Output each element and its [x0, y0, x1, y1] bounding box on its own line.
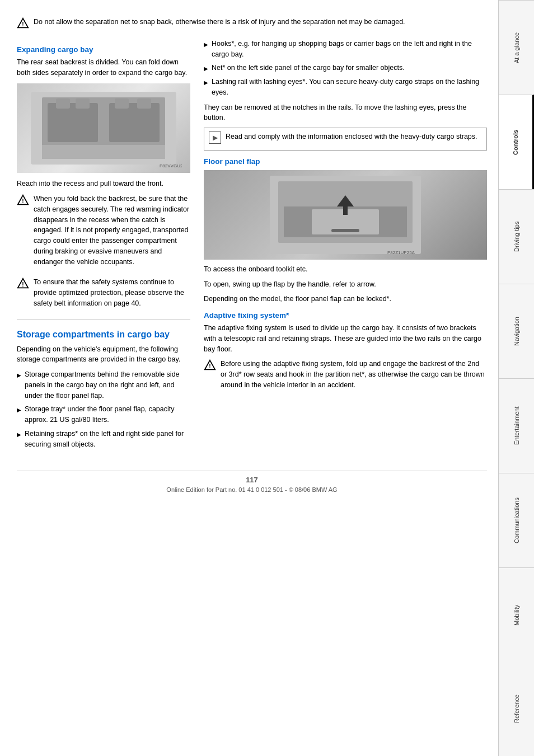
warning-catch-text: When you fold back the backrest, be sure…	[34, 194, 190, 267]
page-footer: 117 Online Edition for Part no. 01 41 0 …	[17, 471, 487, 493]
svg-text:P82Z1UP25A: P82Z1UP25A	[387, 250, 415, 255]
sidebar-label-navigation: Navigation	[513, 317, 520, 346]
floor-panel-heading: Floor panel flap	[204, 157, 487, 166]
cargo-bay-image: P82VVGU236	[17, 83, 190, 173]
list-item: ▶ Lashing rail with lashing eyes*. You c…	[204, 77, 487, 98]
expanding-cargo-heading: Expanding cargo bay	[17, 45, 190, 54]
footer-text: Online Edition for Part no. 01 41 0 012 …	[17, 486, 487, 493]
cargo-image-svg: P82VVGU236	[25, 86, 182, 170]
sidebar-label-controls: Controls	[512, 129, 519, 154]
svg-text:!: !	[209, 363, 210, 369]
svg-rect-10	[42, 145, 165, 159]
bullet-arrow-r3: ▶	[204, 78, 208, 87]
warning-icon-safety: !	[17, 278, 29, 290]
bullet-arrow-2: ▶	[17, 406, 21, 414]
sidebar-item-driving-tips[interactable]: Driving tips	[499, 189, 534, 284]
sidebar-label-communications: Communications	[513, 497, 520, 543]
top-warning-box: ! Do not allow the separation net to sna…	[17, 17, 487, 32]
svg-rect-5	[109, 103, 160, 142]
storage-bullet-list: ▶ Storage compartments behind the remova…	[17, 369, 190, 449]
svg-rect-22	[331, 229, 359, 232]
list-item: ▶ Storage compartments behind the remova…	[17, 369, 190, 401]
warning-safety-box: ! To ensure that the safety systems cont…	[17, 277, 190, 313]
note-text: Read and comply with the information enc…	[226, 132, 477, 142]
right-bullet-list: ▶ Hooks*, e.g. for hanging up shopping b…	[204, 39, 487, 98]
note-icon: ▶	[209, 132, 221, 144]
note-box: ▶ Read and comply with the information e…	[204, 128, 487, 151]
sidebar-label-entertainment: Entertainment	[513, 407, 520, 445]
bullet-arrow-1: ▶	[17, 371, 21, 379]
page-number: 117	[17, 476, 487, 484]
storage-heading-text: Storage compartments in cargo bay	[17, 330, 170, 339]
adaptive-para1: The adaptive fixing system is used to di…	[204, 323, 487, 354]
list-item: ▶ Retaining straps* on the left and righ…	[17, 429, 190, 450]
sidebar-label-reference: Reference	[513, 695, 520, 724]
warning-icon-catch: !	[17, 194, 29, 206]
right-column: ▶ Hooks*, e.g. for hanging up shopping b…	[204, 39, 487, 454]
floor-panel-svg: P82Z1UP25A	[267, 173, 424, 257]
sidebar: At a glance Controls Driving tips Naviga…	[498, 0, 534, 756]
top-warning-text: Do not allow the separation net to snap …	[34, 17, 405, 27]
svg-rect-21	[343, 206, 348, 215]
sidebar-item-mobility[interactable]: Mobility	[499, 567, 534, 662]
list-item: ▶ Net* on the left side panel of the car…	[204, 63, 487, 73]
warning-safety-text: To ensure that the safety systems contin…	[34, 277, 190, 308]
bullet-text-r2: Net* on the left side panel of the cargo…	[212, 63, 405, 73]
warning-icon-adaptive: !	[204, 359, 216, 372]
bullet-arrow-r1: ▶	[204, 40, 208, 49]
main-content: ! Do not allow the separation net to sna…	[0, 0, 498, 756]
bullet-text-r3: Lashing rail with lashing eyes*. You can…	[212, 77, 487, 98]
svg-rect-9	[137, 98, 151, 109]
cargo-bay-image-placeholder: P82VVGU236	[17, 83, 190, 173]
expanding-cargo-para1: The rear seat backrest is divided. You c…	[17, 57, 190, 78]
sidebar-item-communications[interactable]: Communications	[499, 473, 534, 567]
list-item: ▶ Storage tray* under the floor panel fl…	[17, 404, 190, 425]
lashing-notes: They can be removed at the notches in th…	[204, 102, 487, 124]
sidebar-label-at-a-glance: At a glance	[513, 32, 520, 63]
adaptive-fixing-heading: Adaptive fixing system*	[204, 311, 487, 320]
sidebar-item-controls[interactable]: Controls	[499, 95, 534, 189]
left-column: Expanding cargo bay The rear seat backre…	[17, 39, 190, 454]
warning-catch-box: ! When you fold back the backrest, be su…	[17, 194, 190, 271]
reach-recess-text: Reach into the recess and pull toward th…	[17, 179, 190, 189]
floor-para1: To access the onboard toolkit etc.	[204, 264, 487, 275]
floor-panel-image: P82Z1UP25A	[204, 170, 487, 260]
storage-para1: Depending on the vehicle's equipment, th…	[17, 344, 190, 365]
adaptive-warning-text: Before using the adaptive fixing system,…	[221, 359, 487, 390]
svg-rect-7	[76, 98, 90, 109]
bullet-arrow-r2: ▶	[204, 64, 208, 73]
bullet-text-1: Storage compartments behind the removabl…	[25, 369, 190, 401]
floor-para3: Depending on the model, the floor panel …	[204, 294, 487, 304]
divider	[17, 319, 190, 320]
sidebar-label-mobility: Mobility	[513, 604, 520, 625]
list-item: ▶ Hooks*, e.g. for hanging up shopping b…	[204, 39, 487, 60]
sidebar-item-navigation[interactable]: Navigation	[499, 284, 534, 378]
storage-compartments-heading: Storage compartments in cargo bay	[17, 330, 190, 340]
sidebar-label-driving-tips: Driving tips	[513, 222, 520, 252]
svg-text:P82VVGU236: P82VVGU236	[160, 163, 182, 168]
sidebar-item-at-a-glance[interactable]: At a glance	[499, 0, 534, 95]
svg-rect-8	[115, 98, 129, 109]
floor-para2: To open, swing up the flap by the handle…	[204, 279, 487, 290]
note-arrow-icon: ▶	[213, 134, 218, 142]
svg-rect-6	[56, 98, 70, 109]
svg-text:!: !	[22, 281, 24, 288]
bullet-text-r1: Hooks*, e.g. for hanging up shopping bag…	[212, 39, 487, 60]
svg-text:!: !	[22, 198, 24, 204]
two-column-layout: Expanding cargo bay The rear seat backre…	[17, 39, 487, 454]
sidebar-item-reference[interactable]: Reference	[499, 662, 534, 756]
svg-rect-4	[48, 103, 98, 142]
bullet-text-2: Storage tray* under the floor panel flap…	[25, 404, 190, 425]
warning-icon-top: !	[17, 17, 29, 30]
adaptive-warning-box: ! Before using the adaptive fixing syste…	[204, 359, 487, 395]
bullet-text-3: Retaining straps* on the left and right …	[25, 429, 190, 450]
svg-text:!: !	[22, 21, 24, 27]
sidebar-item-entertainment[interactable]: Entertainment	[499, 378, 534, 473]
bullet-arrow-3: ▶	[17, 430, 21, 439]
